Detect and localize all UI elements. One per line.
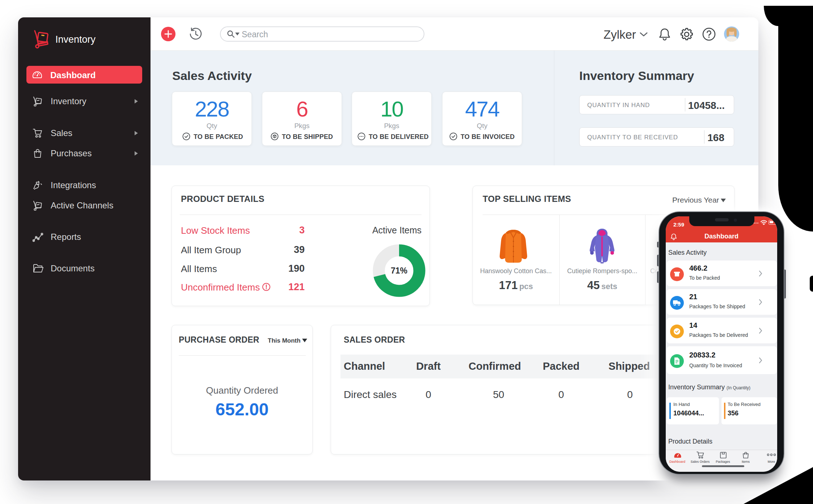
svg-text:71%: 71% [391, 266, 407, 275]
